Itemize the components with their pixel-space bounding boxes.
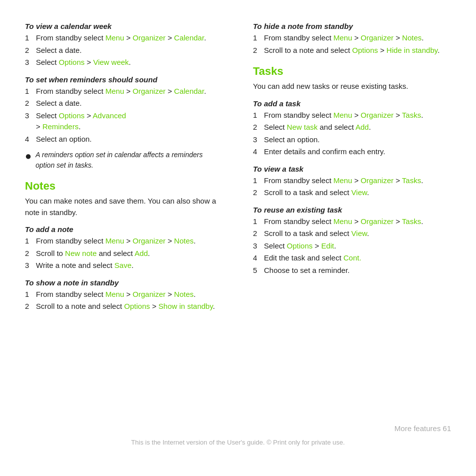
step-item: 1 From standby select Menu > Organizer >… (253, 110, 451, 121)
step-content: Write a note and select Save. (36, 260, 223, 271)
step-content: Scroll to New note and select Add. (36, 248, 223, 259)
subsection-title-hide-note-standby: To hide a note from standby (253, 22, 451, 30)
step-content: From standby select Menu > Organizer > N… (264, 32, 451, 44)
step-content: From standby select Menu > Organizer > C… (36, 86, 223, 97)
notes-heading: Notes (25, 180, 223, 193)
step-number: 4 (253, 146, 262, 158)
step-content: From standby select Menu > Organizer > T… (264, 110, 451, 121)
footer-legal-row: This is the Internet version of the User… (20, 438, 456, 446)
reminders-link: Reminders (42, 122, 79, 131)
step-number: 1 (25, 289, 34, 300)
section-set-reminders: To set when reminders should sound 1 Fro… (25, 75, 223, 171)
section-notes: Notes You can make notes and save them. … (25, 180, 223, 312)
step-number: 4 (253, 252, 262, 264)
step-number: 2 (25, 45, 34, 56)
step-item: 3 Select Options > Edit. (253, 240, 451, 252)
columns: To view a calendar week 1 From standby s… (20, 15, 456, 414)
step-content: Scroll to a note and select Options > Hi… (264, 45, 451, 56)
note-bullet-icon: ● (25, 150, 31, 163)
step-number: 3 (25, 57, 34, 68)
menu-link: Menu (105, 290, 124, 298)
view-link: View (351, 188, 367, 197)
right-column: To hide a note from standby 1 From stand… (238, 15, 456, 414)
step-number: 2 (253, 122, 262, 133)
step-number: 2 (25, 301, 34, 312)
step-content: Scroll to a task and select View. (264, 228, 451, 239)
step-number: 2 (253, 45, 262, 56)
new-note-link: New note (65, 249, 96, 257)
calendar-link: Calendar (174, 87, 204, 95)
footer-legal-text: This is the Internet version of the User… (131, 439, 345, 446)
step-content: From standby select Menu > Organizer > C… (36, 32, 223, 44)
step-content: Select a date. (36, 98, 223, 109)
step-item: 1 From standby select Menu > Organizer >… (25, 32, 223, 44)
organizer-link: Organizer (361, 176, 394, 185)
save-link: Save (114, 261, 131, 269)
step-item: 4 Select an option. (25, 134, 223, 145)
step-item: 1 From standby select Menu > Organizer >… (253, 32, 451, 44)
page: To view a calendar week 1 From standby s… (0, 0, 476, 476)
steps-show-note-standby: 1 From standby select Menu > Organizer >… (25, 289, 223, 312)
step-item: 2 Select New task and select Add. (253, 122, 451, 133)
menu-link: Menu (105, 33, 124, 42)
menu-link: Menu (105, 237, 124, 245)
steps-view-calendar-week: 1 From standby select Menu > Organizer >… (25, 32, 223, 68)
step-item: 3 Select Options > View week. (25, 57, 223, 68)
tasks-heading: Tasks (253, 65, 451, 78)
footer-page-row: More features 61 (20, 424, 456, 435)
step-number: 3 (25, 260, 34, 271)
options-link: Options (59, 58, 85, 66)
step-number: 5 (253, 265, 262, 276)
tasks-link: Tasks (402, 176, 421, 185)
step-content: Select Options > Edit. (264, 240, 451, 252)
step-item: 5 Choose to set a reminder. (253, 265, 451, 276)
step-item: 1 From standby select Menu > Organizer >… (253, 216, 451, 228)
add-link: Add (135, 249, 148, 257)
view-link: View (351, 229, 367, 238)
view-week-link: View week (93, 58, 129, 66)
step-content: Scroll to a task and select View. (264, 187, 451, 199)
left-column: To view a calendar week 1 From standby s… (20, 15, 238, 414)
step-number: 2 (253, 187, 262, 199)
step-item: 2 Scroll to New note and select Add. (25, 248, 223, 259)
section-view-calendar-week: To view a calendar week 1 From standby s… (25, 22, 223, 68)
step-item: 2 Scroll to a note and select Options > … (25, 301, 223, 312)
new-task-link: New task (287, 123, 318, 131)
footer-page-text: More features 61 (395, 424, 451, 433)
menu-link: Menu (333, 111, 352, 119)
step-content: Select an option. (36, 134, 223, 145)
subsection-title-show-note-standby: To show a note in standby (25, 278, 223, 287)
step-content: From standby select Menu > Organizer > N… (36, 236, 223, 247)
step-content: Choose to set a reminder. (264, 265, 451, 276)
step-number: 2 (25, 98, 34, 109)
menu-link: Menu (333, 176, 352, 185)
calendar-link: Calendar (174, 33, 204, 42)
section-hide-note-standby: To hide a note from standby 1 From stand… (253, 22, 451, 56)
organizer-link: Organizer (133, 237, 166, 245)
options-link: Options (59, 111, 85, 120)
tasks-intro: You can add new tasks or reuse existing … (253, 81, 451, 92)
step-content: Select Options > View week. (36, 57, 223, 68)
steps-reuse-task: 1 From standby select Menu > Organizer >… (253, 216, 451, 276)
organizer-link: Organizer (361, 33, 394, 42)
steps-add-note: 1 From standby select Menu > Organizer >… (25, 236, 223, 271)
step-item: 4 Enter details and confirm each entry. (253, 146, 451, 158)
subsection-reuse-task: To reuse an existing task 1 From standby… (253, 206, 451, 276)
step-item: 2 Select a date. (25, 45, 223, 56)
subsection-title-view-task: To view a task (253, 165, 451, 173)
step-content: Select New task and select Add. (264, 122, 451, 133)
organizer-link: Organizer (133, 33, 166, 42)
step-number: 1 (253, 175, 262, 187)
options-link: Options (124, 302, 150, 310)
notes-link: Notes (174, 237, 194, 245)
step-content: Scroll to a note and select Options > Sh… (36, 301, 223, 312)
step-content: From standby select Menu > Organizer > T… (264, 216, 451, 228)
subsection-add-task: To add a task 1 From standby select Menu… (253, 99, 451, 158)
subsection-title-add-note: To add a note (25, 225, 223, 234)
step-content: Select an option. (264, 134, 451, 146)
steps-add-task: 1 From standby select Menu > Organizer >… (253, 110, 451, 158)
organizer-link: Organizer (361, 111, 394, 119)
add-link: Add (355, 123, 369, 131)
step-item: 3 Select an option. (253, 134, 451, 146)
notes-intro: You can make notes and save them. You ca… (25, 196, 223, 218)
